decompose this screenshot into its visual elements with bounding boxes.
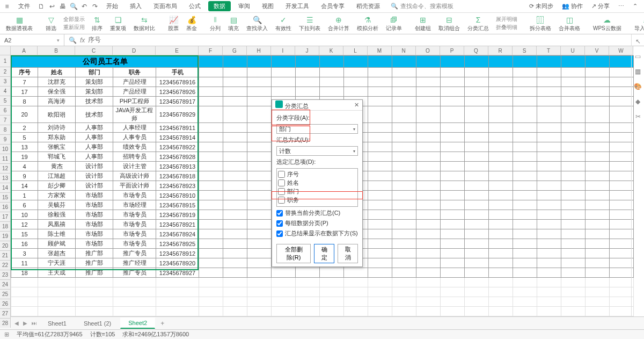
item-check-1[interactable] [278,179,285,186]
consolidate-button[interactable]: ⊕合并计算 [325,15,352,32]
item-check-2[interactable] [278,188,285,195]
status-icon[interactable]: ⊞ [4,331,9,338]
field-select[interactable]: 部门▾ [276,124,358,134]
compare-button[interactable]: ⇆数据对比 [131,15,158,32]
select-all-corner[interactable] [0,46,11,55]
subtotal-dialog: 分类汇总 ✕ 分类字段(A): 部门▾ 汇总方式(U): 计数▾ 选定汇总项(D… [272,99,363,267]
sheet-tab-0[interactable]: Sheet1 [40,318,75,329]
dialog-close-button[interactable]: ✕ [354,102,359,109]
sheet-tab-2[interactable]: Sheet2 [120,318,155,329]
filter-button[interactable]: ▽筛选 [43,15,59,32]
fx-icon[interactable]: fx [80,37,85,44]
preview-icon[interactable]: 🔍 [70,3,77,10]
tab-layout[interactable]: 页面布局 [149,1,181,11]
tab-member[interactable]: 会员专享 [317,1,349,11]
sheet-tabs: ⏮ ◀ ▶ ⏭ Sheet1 Sheet1 (2) Sheet2 + [0,316,644,329]
item-check-0[interactable] [278,171,285,178]
share-button[interactable]: ↗ 分享 [588,2,613,10]
tab-view[interactable]: 视图 [258,1,278,11]
pagebreak-check[interactable]: 每组数据分页(P) [276,219,358,227]
row-headers[interactable]: 1234567891011121314151617181920212223242… [0,55,11,328]
group-button[interactable]: ⊞创建组 [412,15,434,32]
status-avg: 平均值=61亿7283万9465 [17,330,83,338]
new-icon[interactable]: ↩ [48,3,56,10]
cursor-icon[interactable]: ↖ [635,38,641,45]
tab-insert[interactable]: 插入 [126,1,146,11]
cancel-button[interactable]: 取消 [338,244,358,263]
field-label: 分类字段(A): [276,114,358,122]
split-table-button[interactable]: ⿲拆分表格 [527,15,554,32]
text2col-button[interactable]: ⫴分列 [207,15,223,32]
sheet-tab-1[interactable]: Sheet1 (2) [76,318,119,329]
items-list[interactable]: 序号 姓名 部门 职务 [276,168,358,207]
merge-table-button[interactable]: ◫合并表格 [556,15,583,32]
tab-last-icon[interactable]: ⏭ [30,320,39,326]
tab-data[interactable]: 数据 [208,1,231,11]
style-icon[interactable]: ▦ [635,68,641,75]
ungroup-button[interactable]: ⊟取消组合 [436,15,463,32]
items-label: 选定汇总项(D): [276,158,358,166]
tab-resources[interactable]: 稻壳资源 [352,1,384,11]
save-icon[interactable]: 🗋 [38,3,45,10]
item-check-3[interactable] [278,197,285,204]
subtotal-button[interactable]: Σ分类汇总 [465,15,492,32]
find-entry-button[interactable]: 🔍查找录入 [244,15,270,32]
tab-start[interactable]: 开始 [102,1,122,11]
tab-prev-icon[interactable]: ◀ [13,320,20,326]
formula-value[interactable]: 序号 [88,35,101,45]
method-label: 汇总方式(U): [276,136,358,144]
fund-button[interactable]: 💰基金 [184,15,200,32]
tab-next-icon[interactable]: ▶ [21,320,29,326]
form-button[interactable]: 🗊记录单 [383,15,405,32]
whatif-button[interactable]: ⚗模拟分析 [354,15,381,32]
unsync-status[interactable]: ⟳ 未同步 [526,2,557,10]
status-bar: ⊞ 平均值=61亿7283万9465 计数=105 求和=2469亿1357万8… [0,329,644,339]
filter-mini[interactable]: 全部显示重新应用 [61,16,87,31]
menu-bar: ≡ 文件 🗋 ↩ 🖶 🔍 ↶ ↷ 开始 插入 页面布局 公式 数据 审阅 视图 … [0,0,644,13]
chart-icon[interactable]: ▭ [635,53,641,60]
palette-icon[interactable]: 🎨 [634,83,642,90]
print-icon[interactable]: 🖶 [59,3,67,10]
dropdown-button[interactable]: ☰下拉列表 [296,15,323,32]
more-icon[interactable]: ⋯ [615,3,627,10]
detail-mini[interactable]: 展开明细折叠明细 [494,16,519,31]
right-panel: ↖ ▭ ▦ 🎨 ◆ ✂ [631,34,644,316]
menu-icon[interactable]: ≡ [3,3,11,10]
validation-button[interactable]: ✓有效性 [273,15,294,32]
ok-button[interactable]: 确定 [314,244,334,263]
column-headers[interactable]: ABCDEFGHIJKLMNOPQRSTUVW [11,46,633,55]
command-search[interactable]: 🔍 查找命令、搜索模板 [391,2,453,10]
tools-icon[interactable]: ◆ [635,98,640,105]
import-button[interactable]: ⤓导入数据 [632,15,644,32]
tab-formula[interactable]: 公式 [185,1,205,11]
stock-button[interactable]: 📈股票 [165,15,181,32]
expand-icon[interactable]: ⌃ [630,3,641,10]
collab-button[interactable]: 👥 协作 [559,2,586,10]
sort-button[interactable]: ⇅排序 [89,15,105,32]
tab-devtools[interactable]: 开发工具 [281,1,313,11]
redo-icon[interactable]: ↷ [91,3,99,10]
remove-all-button[interactable]: 全部删除(R) [276,244,311,263]
formula-bar: A2▾ 🔍fx序号 [0,34,644,46]
status-sum: 求和=2469亿1357万8600 [122,330,189,338]
add-sheet-button[interactable]: + [156,320,169,327]
dialog-icon [275,100,283,108]
cloud-data-button[interactable]: ☁WPS云数据 [590,15,624,32]
ribbon: ▦数据透视表 ▽筛选 全部显示重新应用 ⇅排序 ❏重复项 ⇆数据对比 📈股票 💰… [0,13,644,34]
name-box[interactable]: A2▾ [0,34,64,46]
file-menu[interactable]: 文件 [14,1,34,11]
undo-icon[interactable]: ↶ [80,3,88,10]
tab-review[interactable]: 审阅 [234,1,254,11]
below-check[interactable]: 汇总结果显示在数据下方(S) [276,229,358,237]
method-select[interactable]: 计数▾ [276,146,358,156]
status-count: 计数=105 [90,330,115,338]
dialog-title: 分类汇总 [285,103,309,109]
fill-button[interactable]: ▤填充 [225,15,241,32]
dialog-header[interactable]: 分类汇总 ✕ [272,100,362,111]
pivot-table-button[interactable]: ▦数据透视表 [3,15,35,32]
dup-button[interactable]: ❏重复项 [107,15,129,32]
replace-check[interactable]: 替换当前分类汇总(C) [276,209,358,217]
clip-icon[interactable]: ✂ [635,113,641,120]
search-fx-icon[interactable]: 🔍 [69,37,77,44]
